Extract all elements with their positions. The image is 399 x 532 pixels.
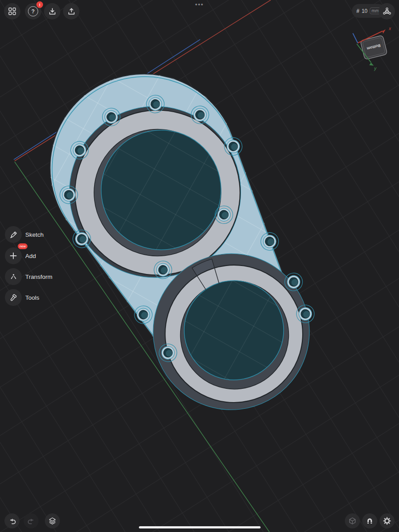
viewport-3d[interactable]: Bottom x y	[0, 0, 399, 532]
plus-icon	[9, 251, 18, 260]
menu-item-sketch[interactable]: Sketch	[5, 226, 22, 243]
environment-icon	[383, 7, 391, 16]
menu-item-transform[interactable]: Transform	[5, 268, 22, 285]
redo-arrow-icon	[27, 517, 36, 525]
import-button[interactable]	[44, 3, 60, 20]
items-isolate-button[interactable]	[45, 513, 60, 528]
sketch-button[interactable]	[5, 226, 22, 243]
box-icon	[348, 516, 357, 525]
app-window: Bottom x y ••• ? !	[0, 0, 399, 532]
layers-icon	[48, 516, 57, 525]
undo-arrow-icon	[8, 517, 16, 525]
notification-badge: !	[36, 1, 43, 8]
grid-icon: #	[356, 8, 359, 14]
add-button[interactable]: new	[5, 247, 22, 264]
gear-icon	[383, 516, 391, 525]
multitask-handle[interactable]: •••	[0, 1, 399, 8]
grid-size-value: 10	[362, 8, 367, 14]
menu-item-tools[interactable]: Tools	[5, 289, 22, 306]
ar-view-button[interactable]	[345, 513, 360, 528]
import-tray-icon	[48, 7, 57, 16]
redo-button[interactable]	[24, 513, 39, 528]
export-tray-icon	[67, 7, 76, 16]
hammer-icon	[9, 293, 18, 302]
menu-item-label: Transform	[25, 274, 52, 280]
menu-item-label: Add	[25, 253, 36, 259]
magnet-icon	[365, 516, 374, 525]
apps-grid-icon	[8, 7, 16, 16]
pencil-icon	[9, 230, 18, 239]
snapping-button[interactable]	[362, 513, 377, 528]
move-arrows-icon	[9, 272, 18, 282]
home-indicator[interactable]	[139, 526, 261, 528]
cube-y-label: y	[374, 66, 377, 71]
export-button[interactable]	[63, 3, 79, 20]
tools-button[interactable]	[5, 289, 22, 306]
help-glyph: ?	[32, 8, 35, 15]
menu-item-label: Tools	[25, 294, 40, 301]
undo-button[interactable]	[4, 513, 20, 528]
menu-item-add[interactable]: new Add	[5, 247, 22, 264]
environment-button[interactable]	[379, 3, 395, 20]
menu-item-label: Sketch	[25, 231, 43, 238]
help-icon: ?	[28, 6, 38, 16]
new-feature-badge: new	[18, 243, 28, 249]
cube-x-label: x	[388, 26, 391, 31]
transform-button[interactable]	[5, 268, 22, 285]
apps-button[interactable]	[4, 3, 20, 20]
settings-button[interactable]	[379, 513, 395, 528]
help-button[interactable]: ? !	[25, 3, 41, 20]
